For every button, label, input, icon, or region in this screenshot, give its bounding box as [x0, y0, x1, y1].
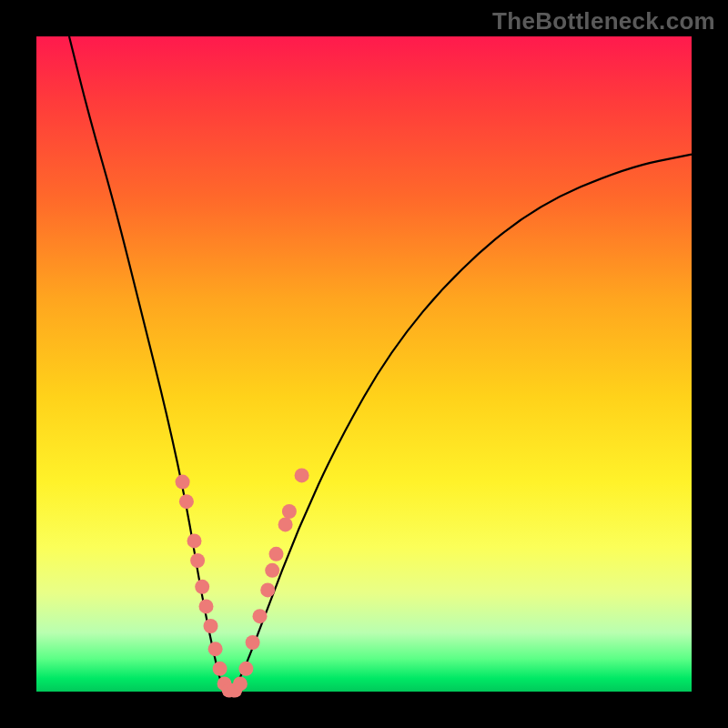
- data-marker: [213, 662, 228, 676]
- bottleneck-curve: [69, 36, 692, 692]
- data-marker: [233, 676, 248, 691]
- data-marker: [176, 475, 190, 490]
- data-marker: [295, 468, 309, 482]
- data-marker: [278, 517, 293, 531]
- chart-stage: TheBottleneck.com: [0, 0, 728, 728]
- data-marker: [195, 580, 209, 594]
- data-marker: [260, 582, 275, 597]
- watermark-text: TheBottleneck.com: [492, 7, 715, 35]
- marker-group: [176, 468, 309, 697]
- data-marker: [208, 642, 223, 656]
- data-marker: [269, 547, 284, 561]
- data-marker: [204, 619, 218, 633]
- data-marker: [238, 662, 253, 676]
- plot-area: [36, 36, 692, 692]
- curve-layer: [36, 36, 692, 692]
- data-marker: [187, 533, 202, 548]
- data-marker: [253, 609, 268, 623]
- data-marker: [265, 563, 279, 578]
- data-marker: [190, 553, 205, 568]
- data-marker: [246, 635, 260, 650]
- data-marker: [282, 504, 297, 519]
- data-marker: [179, 494, 194, 509]
- data-marker: [199, 599, 214, 613]
